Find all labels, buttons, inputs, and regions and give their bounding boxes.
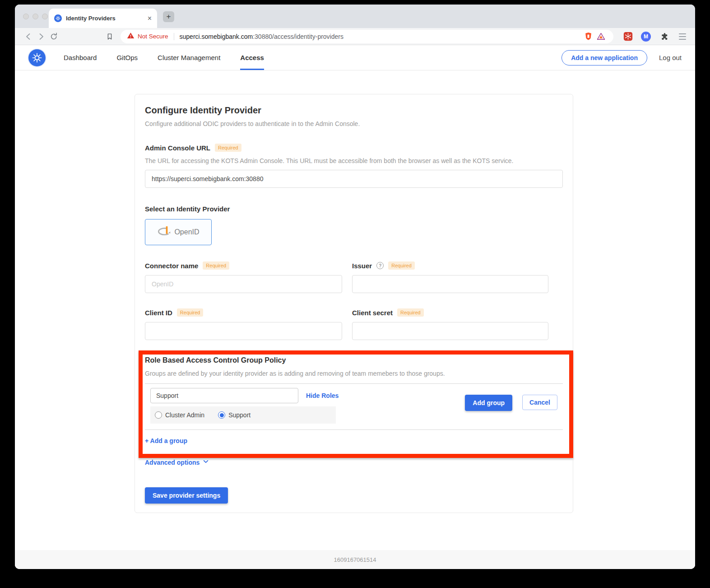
admin-console-url-label: Admin Console URL	[145, 144, 210, 152]
admin-console-url-input[interactable]	[145, 170, 563, 188]
admin-console-url-description: The URL for accessing the KOTS Admin Con…	[145, 157, 563, 164]
browser-window: Identity Providers × + Not	[15, 5, 695, 569]
brave-shield-icon[interactable]	[582, 30, 594, 43]
tab-close-icon[interactable]: ×	[148, 15, 152, 22]
group-name-input[interactable]	[150, 388, 298, 403]
reload-icon[interactable]	[47, 30, 60, 43]
footer-timestamp: 1609167061514	[334, 556, 376, 563]
connector-name-label: Connector name	[145, 262, 198, 270]
close-window-button[interactable]	[23, 14, 29, 19]
browser-toolbar: Not Secure superci.somebigbank.com :3088…	[15, 28, 695, 45]
nav-item-access[interactable]: Access	[240, 45, 264, 70]
openid-logo-icon	[157, 226, 171, 238]
page-content: Configure Identity Provider Configure ad…	[15, 70, 695, 569]
required-badge: Required	[203, 261, 229, 270]
openid-provider-name: OpenID	[174, 228, 199, 236]
tab-strip: Identity Providers × +	[15, 5, 695, 28]
nav-item-cluster-management[interactable]: Cluster Management	[158, 45, 220, 70]
address-bar[interactable]: Not Secure superci.somebigbank.com :3088…	[121, 30, 613, 43]
window-controls	[23, 14, 48, 19]
forward-icon[interactable]	[35, 30, 47, 43]
radio-checked-icon[interactable]	[218, 411, 225, 419]
rbac-title: Role Based Access Control Group Policy	[145, 356, 563, 364]
page-subtitle: Configure additional ODIC providers to a…	[145, 120, 563, 127]
app-nav: Dashboard GitOps Cluster Management Acce…	[15, 45, 695, 70]
help-icon[interactable]: ?	[376, 262, 384, 269]
kubernetes-logo-icon	[28, 49, 46, 66]
add-a-group-link[interactable]: + Add a group	[145, 437, 187, 444]
new-tab-button[interactable]: +	[163, 11, 174, 22]
chevron-down-icon	[203, 458, 209, 467]
warning-triangle-icon	[127, 32, 135, 41]
role-option-support[interactable]: Support	[218, 411, 251, 419]
back-icon[interactable]	[22, 30, 35, 43]
group-row: Hide Roles Cluster Admin Support	[145, 384, 563, 424]
cancel-button[interactable]: Cancel	[522, 395, 557, 410]
page-title: Configure Identity Provider	[145, 105, 563, 116]
role-option-cluster-admin[interactable]: Cluster Admin	[155, 411, 204, 419]
bookmark-icon[interactable]	[103, 30, 116, 43]
nav-item-gitops[interactable]: GitOps	[116, 45, 138, 70]
rbac-description: Groups are defined by your identity prov…	[145, 370, 563, 377]
browser-tab[interactable]: Identity Providers ×	[49, 9, 157, 28]
divider	[145, 429, 563, 430]
role-label: Support	[228, 411, 251, 419]
page-footer: 1609167061514	[15, 550, 695, 569]
kubernetes-favicon-icon	[54, 14, 62, 22]
identity-provider-card: Configure Identity Provider Configure ad…	[135, 94, 573, 513]
zoom-window-button[interactable]	[42, 14, 48, 19]
minimize-window-button[interactable]	[32, 14, 38, 19]
select-provider-label: Select an Identity Provider	[145, 205, 563, 213]
openid-provider-card[interactable]: OpenID	[145, 219, 212, 245]
roles-radio-group: Cluster Admin Support	[150, 406, 336, 424]
puzzle-extensions-icon[interactable]	[658, 30, 670, 43]
extension-icons: M	[622, 30, 688, 43]
hide-roles-link[interactable]: Hide Roles	[306, 392, 339, 399]
menu-hamburger-icon[interactable]	[677, 32, 688, 42]
client-id-label: Client ID	[145, 309, 172, 317]
profile-avatar[interactable]: M	[641, 32, 651, 42]
required-badge: Required	[215, 144, 241, 152]
role-label: Cluster Admin	[165, 411, 204, 419]
url-path: :30880/access/identity-providers	[253, 33, 343, 40]
client-secret-input[interactable]	[352, 322, 548, 340]
logout-link[interactable]: Log out	[659, 54, 682, 61]
required-badge: Required	[397, 308, 424, 317]
nav-links: Dashboard GitOps Cluster Management Acce…	[64, 45, 264, 70]
issuer-label: Issuer	[352, 262, 372, 270]
client-secret-label: Client secret	[352, 309, 393, 317]
tab-title: Identity Providers	[66, 15, 144, 22]
extension-red-icon[interactable]	[622, 30, 634, 43]
advanced-options-label[interactable]: Advanced options	[145, 459, 200, 466]
radio-unchecked-icon[interactable]	[155, 411, 162, 419]
url-separator	[174, 33, 174, 40]
save-provider-settings-button[interactable]: Save provider settings	[145, 487, 228, 504]
screenshot-canvas: Identity Providers × + Not	[0, 0, 710, 588]
add-new-application-button[interactable]: Add a new application	[562, 50, 647, 65]
bat-rewards-icon[interactable]	[594, 30, 607, 43]
connector-name-input[interactable]	[145, 275, 342, 293]
issuer-input[interactable]	[352, 275, 548, 293]
client-id-input[interactable]	[145, 322, 342, 340]
required-badge: Required	[388, 261, 415, 270]
required-badge: Required	[177, 308, 204, 317]
rbac-section: Role Based Access Control Group Policy G…	[145, 356, 563, 445]
security-warning-label: Not Secure	[138, 33, 168, 40]
url-host: superci.somebigbank.com	[180, 33, 253, 40]
nav-item-dashboard[interactable]: Dashboard	[64, 45, 97, 70]
add-group-button[interactable]: Add group	[465, 395, 512, 411]
advanced-options-toggle[interactable]: Advanced options	[145, 458, 563, 467]
